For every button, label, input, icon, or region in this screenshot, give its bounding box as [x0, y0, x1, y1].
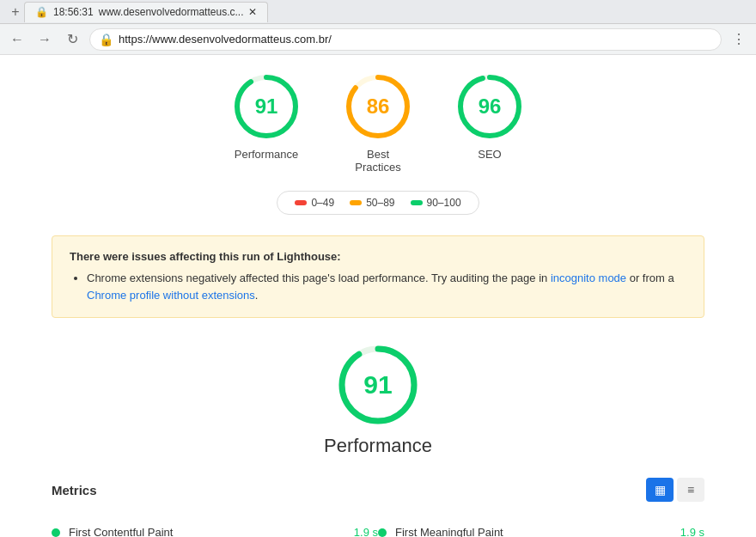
- warning-item: Chrome extensions negatively affected th…: [87, 270, 686, 303]
- tab-close-icon[interactable]: ✕: [248, 6, 257, 18]
- score-label-seo: SEO: [478, 148, 501, 161]
- page-content: 91 Performance 86 Best Practices: [0, 55, 756, 537]
- legend-item-green: 90–100: [411, 197, 461, 209]
- metric-dot-fcp: [52, 528, 60, 537]
- score-item-performance: 91 Performance: [232, 72, 301, 174]
- performance-circle: 91: [335, 342, 421, 428]
- address-text: https://www.desenvolvedormatteus.com.br/: [119, 33, 332, 46]
- grid-icon: ▦: [655, 483, 666, 497]
- performance-section: 91 Performance: [0, 342, 756, 457]
- legend-range-green: 90–100: [427, 197, 461, 209]
- legend-bar: 0–49 50–89 90–100: [0, 191, 756, 215]
- tab-favicon: 🔒: [35, 6, 48, 18]
- metrics-view-buttons: ▦ ≡: [646, 478, 704, 502]
- metric-row: First Contentful Paint 1.9 s: [52, 516, 378, 537]
- score-circle-best-practices: 86: [344, 72, 412, 141]
- legend-item-orange: 50–89: [350, 197, 394, 209]
- view-grid-button[interactable]: ▦: [646, 478, 674, 502]
- score-value-performance: 91: [255, 95, 278, 119]
- warning-list: Chrome extensions negatively affected th…: [70, 270, 686, 303]
- incognito-link[interactable]: incognito mode: [551, 272, 626, 284]
- metric-row: First Meaningful Paint 1.9 s: [378, 516, 704, 537]
- metric-name-fcp: First Contentful Paint: [69, 526, 345, 537]
- metric-name-fmp: First Meaningful Paint: [395, 526, 672, 537]
- metrics-label: Metrics: [52, 483, 97, 497]
- performance-score-value: 91: [363, 370, 392, 400]
- score-label-best-practices: Best Practices: [355, 148, 400, 174]
- tab-domain: www.desenvolvedormatteus.c...: [99, 6, 244, 18]
- metric-value-fmp: 1.9 s: [680, 526, 704, 537]
- nav-back-button[interactable]: ←: [7, 29, 27, 50]
- metrics-left-col: First Contentful Paint 1.9 s Speed Index…: [52, 516, 378, 537]
- score-item-best-practices: 86 Best Practices: [344, 72, 412, 174]
- tab-bar: + 🔒 18:56:31 www.desenvolvedormatteus.c.…: [0, 0, 756, 24]
- address-bar-row: ← → ↻ 🔒 https://www.desenvolvedormatteus…: [0, 24, 756, 55]
- new-tab-button[interactable]: +: [7, 3, 24, 21]
- warning-title: There were issues affecting this run of …: [70, 250, 686, 263]
- legend-range-orange: 50–89: [366, 197, 394, 209]
- nav-more-button[interactable]: ⋮: [729, 29, 749, 50]
- metrics-grid: First Contentful Paint 1.9 s Speed Index…: [52, 516, 704, 537]
- score-circle-seo: 96: [455, 72, 524, 141]
- tab-title: 18:56:31: [53, 6, 94, 18]
- nav-forward-button[interactable]: →: [34, 29, 55, 50]
- metric-value-fcp: 1.9 s: [354, 526, 378, 537]
- score-value-best-practices: 86: [367, 95, 390, 119]
- metrics-right-col: First Meaningful Paint 1.9 s First CPU I…: [378, 516, 704, 537]
- legend-dot-green: [411, 200, 423, 205]
- warning-box: There were issues affecting this run of …: [52, 235, 704, 318]
- scores-row: 91 Performance 86 Best Practices: [0, 72, 756, 174]
- metric-dot-fmp: [378, 528, 387, 537]
- score-label-performance: Performance: [235, 148, 298, 161]
- legend-item-red: 0–49: [295, 197, 334, 209]
- view-list-button[interactable]: ≡: [677, 478, 704, 502]
- legend-dot-red: [295, 200, 307, 205]
- list-icon: ≡: [687, 483, 694, 497]
- score-circle-performance: 91: [232, 72, 301, 141]
- address-field[interactable]: 🔒 https://www.desenvolvedormatteus.com.b…: [89, 28, 722, 51]
- tab-item[interactable]: 🔒 18:56:31 www.desenvolvedormatteus.c...…: [24, 2, 268, 22]
- score-item-seo: 96 SEO: [455, 72, 524, 174]
- nav-refresh-button[interactable]: ↻: [62, 29, 82, 50]
- score-value-seo: 96: [479, 95, 502, 119]
- legend-range-red: 0–49: [311, 197, 334, 209]
- performance-title: Performance: [324, 435, 432, 457]
- metrics-header: Metrics ▦ ≡: [52, 478, 704, 502]
- legend-dot-orange: [350, 200, 362, 205]
- metrics-section: Metrics ▦ ≡ First Contentful Paint 1.9 s: [0, 478, 756, 537]
- chrome-profile-link[interactable]: Chrome profile without extensions: [87, 289, 255, 302]
- lock-icon: 🔒: [99, 33, 113, 46]
- legend: 0–49 50–89 90–100: [277, 191, 479, 215]
